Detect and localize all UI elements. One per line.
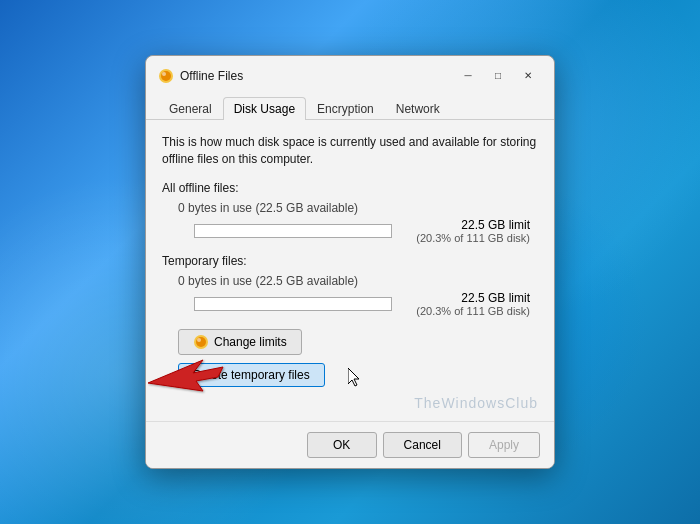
all-offline-label: All offline files: [162,181,538,195]
svg-point-4 [196,337,206,347]
all-offline-limit-text: 22.5 GB limit [461,218,530,232]
change-limits-icon [193,334,209,350]
description-text: This is how much disk space is currently… [162,134,538,168]
tab-general[interactable]: General [158,97,223,120]
dialog-footer: OK Cancel Apply [146,421,554,468]
watermark-text: TheWindowsClub [414,395,538,411]
tab-network[interactable]: Network [385,97,451,120]
offline-files-title-icon [158,68,174,84]
minimize-button[interactable]: ─ [454,66,482,86]
all-offline-files-section: All offline files: 0 bytes in use (22.5 … [162,181,538,244]
minimize-icon: ─ [464,70,471,81]
cancel-button[interactable]: Cancel [383,432,462,458]
temp-files-limit-text: 22.5 GB limit [461,291,530,305]
svg-point-5 [197,338,201,342]
close-icon: ✕ [524,70,532,81]
change-limits-button[interactable]: Change limits [178,329,302,355]
close-button[interactable]: ✕ [514,66,542,86]
offline-files-dialog: Offline Files ─ □ ✕ General Disk Usage [145,55,555,470]
svg-point-1 [161,71,171,81]
temp-files-disk-text: (20.3% of 111 GB disk) [416,305,530,317]
maximize-icon: □ [495,70,501,81]
all-offline-limits: 22.5 GB limit (20.3% of 111 GB disk) [416,218,534,244]
all-offline-progress-bar [194,224,392,238]
temporary-files-section: Temporary files: 0 bytes in use (22.5 GB… [162,254,538,317]
title-bar-left: Offline Files [158,68,243,84]
delete-temp-row: Delete temporary files [162,363,538,387]
tab-disk-usage[interactable]: Disk Usage [223,97,306,120]
svg-point-2 [162,72,166,76]
title-bar: Offline Files ─ □ ✕ [146,56,554,86]
ok-button[interactable]: OK [307,432,377,458]
title-controls: ─ □ ✕ [454,66,542,86]
apply-button[interactable]: Apply [468,432,540,458]
dialog-content: This is how much disk space is currently… [146,120,554,422]
dialog-title: Offline Files [180,69,243,83]
dialog-overlay: Offline Files ─ □ ✕ General Disk Usage [0,0,700,524]
all-offline-disk-text: (20.3% of 111 GB disk) [416,232,530,244]
tab-bar: General Disk Usage Encryption Network [146,90,554,120]
delete-temp-label: Delete temporary files [193,368,310,382]
change-limits-label: Change limits [214,335,287,349]
temp-files-label: Temporary files: [162,254,538,268]
tab-encryption[interactable]: Encryption [306,97,385,120]
change-limits-row: Change limits [162,329,538,355]
all-offline-usage: 0 bytes in use (22.5 GB available) [162,201,538,215]
temp-files-usage: 0 bytes in use (22.5 GB available) [162,274,538,288]
delete-temp-button[interactable]: Delete temporary files [178,363,325,387]
maximize-button[interactable]: □ [484,66,512,86]
temp-files-limits: 22.5 GB limit (20.3% of 111 GB disk) [416,291,534,317]
temp-files-progress-bar [194,297,392,311]
watermark: TheWindowsClub [162,395,538,411]
